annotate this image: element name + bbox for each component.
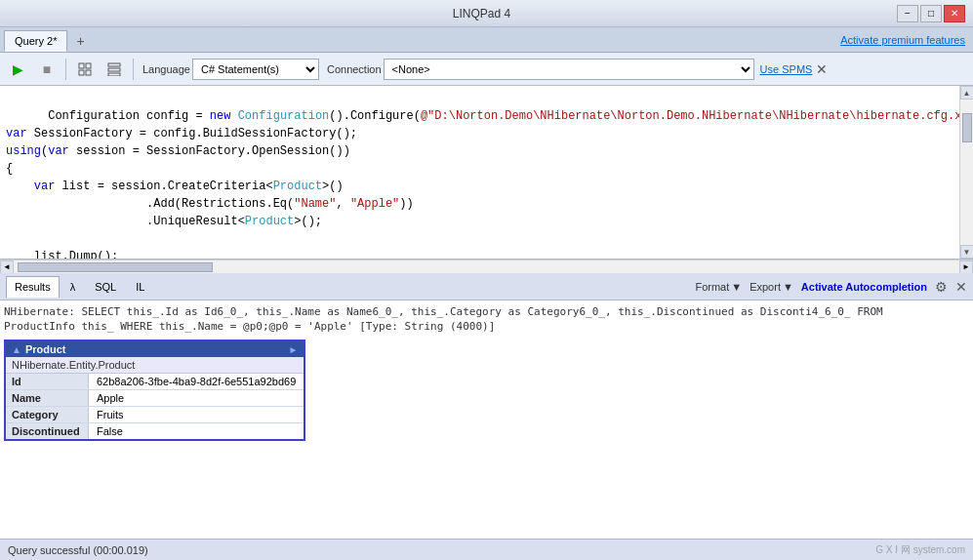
code-editor: Configuration config = new Configuration… <box>0 86 973 260</box>
table-title: Product <box>25 343 66 355</box>
results-actions: Format ▼ Export ▼ Activate Autocompletio… <box>695 279 967 295</box>
svg-rect-1 <box>86 63 91 68</box>
product-table: ▲ Product ► NHibernate.Entity.Product Id… <box>4 340 305 441</box>
row-value-discontinued: False <box>89 423 304 439</box>
run-button[interactable]: ▶ <box>4 57 31 82</box>
export-dropdown-icon: ▼ <box>783 281 793 293</box>
grid-icon-1 <box>78 62 92 76</box>
sql-tab-label: SQL <box>95 281 116 293</box>
scroll-right-arrow[interactable]: ► <box>959 260 973 274</box>
row-label-discontinued: Discontinued <box>6 423 89 439</box>
svg-rect-6 <box>108 73 120 76</box>
scroll-left-arrow[interactable]: ◄ <box>0 260 14 274</box>
grid-button-2[interactable] <box>101 57 128 82</box>
toolbar-separator2 <box>133 59 134 80</box>
toolbar: ▶ ■ Language C# Statement(s) Connection <box>0 53 973 86</box>
toolbar-separator <box>65 59 66 80</box>
format-dropdown-icon: ▼ <box>731 281 742 293</box>
title-bar: LINQPad 4 − □ ✕ <box>0 0 973 27</box>
row-label-id: Id <box>6 374 89 389</box>
h-scrollbar-thumb[interactable] <box>18 262 213 272</box>
table-row: Category Fruits <box>6 407 304 423</box>
sql-line1: NHibernate: SELECT this_.Id as Id6_0_, t… <box>4 305 883 318</box>
tab-il[interactable]: IL <box>127 276 153 298</box>
results-panel: Results λ SQL IL Format ▼ Export ▼ A <box>0 273 973 539</box>
table-row: Id 62b8a206-3fbe-4ba9-8d2f-6e551a92bd69 <box>6 374 304 390</box>
main-container: ▶ ■ Language C# Statement(s) Connection <box>0 53 973 560</box>
results-tabs: Results λ SQL IL Format ▼ Export ▼ A <box>0 273 973 300</box>
row-label-category: Category <box>6 407 89 422</box>
table-header: ▲ Product ► <box>6 341 304 357</box>
premium-link[interactable]: Activate premium features <box>840 34 969 46</box>
toolbar-close-button[interactable]: ✕ <box>816 61 828 77</box>
tab-sql[interactable]: SQL <box>86 276 125 298</box>
tab-lambda[interactable]: λ <box>61 276 85 298</box>
connection-label: Connection <box>327 63 382 75</box>
row-value-category: Fruits <box>89 407 304 422</box>
tab-bar: Query 2* + Activate premium features <box>0 27 973 53</box>
table-expand-icon[interactable]: ► <box>288 344 298 355</box>
results-close-button[interactable]: ✕ <box>955 279 967 295</box>
svg-rect-3 <box>86 70 91 75</box>
sql-line2: ProductInfo this_ WHERE this_.Name = @p0… <box>4 320 495 333</box>
language-label: Language <box>142 63 190 75</box>
sql-result-text: NHibernate: SELECT this_.Id as Id6_0_, t… <box>4 304 969 334</box>
il-tab-label: IL <box>136 281 144 293</box>
row-value-name: Apple <box>89 390 304 406</box>
svg-rect-2 <box>79 70 84 75</box>
svg-rect-5 <box>108 68 120 71</box>
results-tab-label: Results <box>15 281 51 293</box>
status-text: Query successful (00:00.019) <box>8 544 148 556</box>
status-bar: Query successful (00:00.019) G X I 网 sys… <box>0 539 973 560</box>
tab-results[interactable]: Results <box>6 276 60 298</box>
language-select[interactable]: C# Statement(s) <box>192 59 319 80</box>
format-button[interactable]: Format ▼ <box>695 281 742 293</box>
use-spms-link[interactable]: Use SPMS <box>760 63 813 75</box>
watermark: G X I 网 system.com <box>875 543 965 557</box>
export-label: Export <box>750 281 781 293</box>
scroll-down-arrow[interactable]: ▼ <box>960 245 974 259</box>
horizontal-scrollbar[interactable]: ◄ ► <box>0 260 973 273</box>
results-content: NHibernate: SELECT this_.Id as Id6_0_, t… <box>0 300 973 539</box>
activate-autocompletion-button[interactable]: Activate Autocompletion <box>801 281 927 293</box>
app-title: LINQPad 4 <box>66 7 897 20</box>
stop-button[interactable]: ■ <box>33 57 61 82</box>
connection-select[interactable]: <None> <box>384 59 754 80</box>
code-content[interactable]: Configuration config = new Configuration… <box>0 86 959 259</box>
lambda-tab-label: λ <box>70 281 76 293</box>
table-row: Name Apple <box>6 390 304 407</box>
scroll-up-arrow[interactable]: ▲ <box>960 86 974 100</box>
scrollbar-thumb[interactable] <box>962 113 972 142</box>
tab-query2[interactable]: Query 2* <box>4 30 67 52</box>
settings-icon[interactable]: ⚙ <box>935 279 948 295</box>
table-row: Discontinued False <box>6 423 304 439</box>
svg-rect-4 <box>108 63 120 66</box>
format-label: Format <box>695 281 729 293</box>
grid-icon-2 <box>107 62 121 76</box>
svg-rect-0 <box>79 63 84 68</box>
tab-label: Query 2* <box>15 35 57 47</box>
row-value-id: 62b8a206-3fbe-4ba9-8d2f-6e551a92bd69 <box>89 374 304 389</box>
table-header-arrow: ▲ <box>12 344 21 355</box>
export-button[interactable]: Export ▼ <box>750 281 793 293</box>
grid-button-1[interactable] <box>71 57 99 82</box>
tab-add-button[interactable]: + <box>67 30 93 52</box>
close-button[interactable]: ✕ <box>944 5 965 22</box>
window-controls: − □ ✕ <box>897 5 965 22</box>
editor-scrollbar[interactable]: ▲ ▼ <box>959 86 973 259</box>
maximize-button[interactable]: □ <box>920 5 942 22</box>
table-subtitle: NHibernate.Entity.Product <box>6 357 304 374</box>
minimize-button[interactable]: − <box>897 5 918 22</box>
watermark-text: G X I 网 system.com <box>875 543 965 557</box>
row-label-name: Name <box>6 390 89 406</box>
